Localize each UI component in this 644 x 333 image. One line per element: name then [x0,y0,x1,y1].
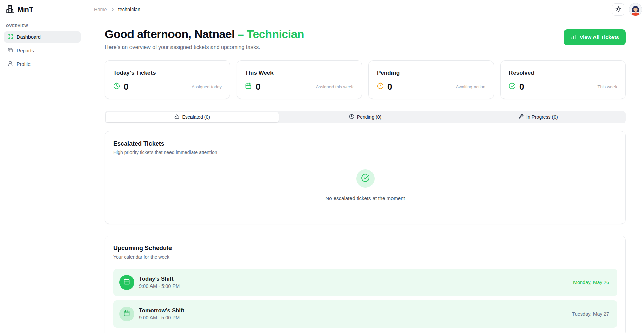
sidebar-item-dashboard[interactable]: Dashboard [4,31,81,43]
page-subtitle: Here’s an overview of your assigned tick… [105,44,304,50]
stat-value: 0 [519,81,524,92]
chevron-right-icon [110,7,115,12]
calendar-badge [119,307,134,321]
panel-title: Escalated Tickets [113,140,617,147]
stat-title: This Week [245,70,354,76]
stat-cards: Today’s Tickets 0 Assigned today [105,60,626,99]
sun-icon [615,6,621,13]
layout-grid-icon [7,34,13,40]
panel-title: Upcoming Schedule [113,245,617,252]
app-root: MinT OVERVIEW Dashboard [0,0,644,333]
shift-date: Tuesday, May 27 [572,311,609,317]
shift-title: Tomorrow’s Shift [139,307,572,314]
stat-title: Today’s Tickets [113,70,222,76]
building-logo-icon [5,4,14,15]
calendar-icon [245,82,252,91]
check-circle-badge [356,169,375,188]
role-accent: – Technician [238,27,304,40]
stat-caption: Assigned this week [316,84,354,89]
stat-card-pending: Pending 0 Awaiting action [368,60,494,99]
stat-card-todays-tickets: Today’s Tickets 0 Assigned today [105,60,230,99]
sidebar: MinT OVERVIEW Dashboard [0,0,85,333]
panel-subtitle: Your calendar for the week [113,254,617,260]
wrench-icon [519,114,524,120]
sidebar-item-reports[interactable]: Reports [4,45,81,56]
sidebar-item-label: Reports [17,48,34,53]
tab-escalated[interactable]: Escalated (0) [106,112,279,122]
bar-chart-icon [570,34,577,41]
view-all-tickets-button[interactable]: View All Tickets [564,29,626,45]
page-title: Good afternoon, Natnael – Technician [105,27,304,41]
app-title: MinT [18,6,33,14]
check-circle-icon [509,82,516,91]
dashboard-content: Good afternoon, Natnael – Technician Her… [85,19,644,333]
alert-triangle-icon [174,114,179,120]
shift-time: 9:00 AM - 5:00 PM [139,315,572,320]
logo: MinT [0,0,85,19]
tab-pending[interactable]: Pending (0) [279,112,451,122]
escalated-tickets-panel: Escalated Tickets High priority tickets … [105,131,626,224]
stat-value: 0 [387,81,392,92]
tab-label: Pending (0) [357,114,381,120]
check-circle-icon [361,173,370,184]
stat-title: Resolved [509,70,617,76]
calendar-icon [123,310,130,318]
breadcrumb-home-link[interactable]: Home [94,7,107,12]
calendar-badge [119,275,134,290]
schedule-item-tomorrow[interactable]: Tomorrow’s Shift 9:00 AM - 5:00 PM Tuesd… [113,300,617,328]
upcoming-schedule-panel: Upcoming Schedule Your calendar for the … [105,236,626,333]
calendar-icon [123,278,130,286]
clock-icon [349,114,354,120]
stat-caption: This week [597,84,617,89]
schedule-item-today[interactable]: Today’s Shift 9:00 AM - 5:00 PM Monday, … [113,269,617,296]
top-bar: Home technician [85,0,644,19]
stat-value: 0 [256,81,260,92]
tab-label: Escalated (0) [182,114,210,120]
panel-subtitle: High priority tickets that need immediat… [113,150,617,155]
ticket-status-tabs: Escalated (0) Pending (0) [105,111,626,123]
sidebar-item-profile[interactable]: Profile [4,58,81,70]
alert-circle-icon [377,82,384,91]
empty-state: No escalated tickets at the moment [113,169,617,210]
shift-time: 9:00 AM - 5:00 PM [139,283,573,289]
copy-pages-icon [7,47,13,54]
shift-date: Monday, May 26 [573,280,609,285]
stat-caption: Awaiting action [456,84,485,89]
schedule-list: Today’s Shift 9:00 AM - 5:00 PM Monday, … [113,269,617,328]
tab-label: In Progress (0) [526,114,558,120]
shift-title: Today’s Shift [139,276,573,282]
breadcrumb-current: technician [118,7,140,12]
stat-value: 0 [124,81,128,92]
sidebar-item-label: Dashboard [17,34,41,40]
user-icon [7,61,13,68]
empty-state-message: No escalated tickets at the moment [325,195,405,201]
stat-caption: Assigned today [192,84,222,89]
breadcrumb: Home technician [94,7,140,12]
theme-toggle-button[interactable] [612,3,624,16]
user-avatar[interactable] [629,3,642,16]
main-area: Home technician [85,0,644,333]
tab-in-progress[interactable]: In Progress (0) [452,112,625,122]
stat-title: Pending [377,70,485,76]
stat-card-this-week: This Week 0 Assigned this week [237,60,362,99]
clock-icon [113,82,120,91]
sidebar-item-label: Profile [17,61,31,67]
stat-card-resolved: Resolved 0 This week [500,60,626,99]
sidebar-section-label: OVERVIEW [4,24,81,28]
